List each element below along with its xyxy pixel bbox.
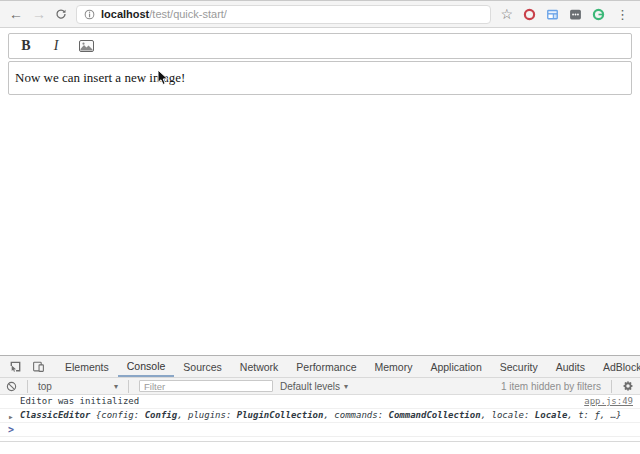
chevron-down-icon: ▾ bbox=[344, 382, 348, 391]
chevron-down-icon: ▾ bbox=[114, 382, 118, 391]
tab-memory[interactable]: Memory bbox=[365, 356, 421, 377]
tab-audits[interactable]: Audits bbox=[547, 356, 594, 377]
tab-application[interactable]: Application bbox=[421, 356, 490, 377]
object-segment: , plugins: bbox=[177, 410, 237, 420]
browser-toolbar: ← → localhost/test/quick-start/ ☆ bbox=[0, 0, 640, 28]
object-segment: PluginCollection bbox=[237, 410, 324, 420]
tab-performance[interactable]: Performance bbox=[287, 356, 365, 377]
address-bar[interactable]: localhost/test/quick-start/ bbox=[76, 5, 491, 24]
devtools-panel: Elements Console Sources Network Perform… bbox=[0, 355, 640, 442]
url-text: localhost/test/quick-start/ bbox=[101, 8, 227, 20]
editor-toolbar: B I bbox=[8, 33, 632, 59]
object-segment: Config bbox=[145, 410, 178, 420]
bold-button[interactable]: B bbox=[15, 36, 37, 56]
tab-security[interactable]: Security bbox=[491, 356, 547, 377]
url-host: localhost bbox=[101, 8, 149, 20]
object-segment: {config: bbox=[96, 410, 145, 420]
info-icon[interactable] bbox=[84, 9, 95, 20]
console-prompt[interactable]: > bbox=[0, 423, 640, 437]
tab-sources[interactable]: Sources bbox=[174, 356, 231, 377]
mouse-cursor-icon bbox=[157, 69, 169, 86]
reload-icon[interactable] bbox=[55, 8, 67, 20]
object-segment: ClassicEditor bbox=[20, 410, 96, 420]
extension-keypad-icon[interactable] bbox=[568, 7, 582, 21]
tab-network[interactable]: Network bbox=[231, 356, 288, 377]
divider bbox=[611, 380, 612, 393]
bookmark-star-icon[interactable]: ☆ bbox=[500, 7, 513, 21]
object-segment: , commands: bbox=[323, 410, 388, 420]
inspect-element-icon[interactable] bbox=[4, 356, 27, 377]
extension-window-icon[interactable] bbox=[545, 7, 559, 21]
extension-grammarly-icon[interactable] bbox=[591, 7, 605, 21]
italic-button[interactable]: I bbox=[45, 36, 67, 56]
console-message-text: Editor was initialized bbox=[20, 396, 576, 407]
tab-console[interactable]: Console bbox=[118, 356, 175, 377]
console-object-row: ▶ ClassicEditor {config: Config, plugins… bbox=[0, 409, 640, 423]
object-preview: ClassicEditor {config: Config, plugins: … bbox=[20, 410, 633, 421]
console-source-link[interactable]: app.js:49 bbox=[584, 396, 633, 407]
url-path: /test/quick-start/ bbox=[149, 8, 227, 20]
back-icon[interactable]: ← bbox=[9, 7, 23, 21]
object-segment: , locale: bbox=[481, 410, 535, 420]
log-levels-value: Default levels bbox=[280, 381, 340, 392]
console-messages: Editor was initialized app.js:49 ▶ Class… bbox=[0, 395, 640, 437]
devtools-tabbar: Elements Console Sources Network Perform… bbox=[0, 356, 640, 378]
forward-icon[interactable]: → bbox=[32, 7, 46, 21]
browser-window: ← → localhost/test/quick-start/ ☆ bbox=[0, 0, 640, 454]
object-segment: CommandCollection bbox=[389, 410, 481, 420]
hidden-items-message: 1 item hidden by filters bbox=[501, 381, 601, 392]
object-segment: , …} bbox=[600, 410, 622, 420]
browser-menu-icon[interactable]: ⋮ bbox=[614, 8, 631, 21]
insert-image-button[interactable] bbox=[75, 36, 97, 56]
divider bbox=[128, 380, 129, 393]
context-selector[interactable]: top ▾ bbox=[38, 381, 118, 392]
divider bbox=[27, 380, 28, 393]
device-toolbar-icon[interactable] bbox=[27, 356, 50, 377]
log-levels-selector[interactable]: Default levels ▾ bbox=[280, 381, 348, 392]
console-settings-gear-icon[interactable] bbox=[622, 380, 634, 392]
editor-content[interactable]: Now we can insert a new image! bbox=[8, 61, 632, 95]
object-segment: , t: bbox=[567, 410, 594, 420]
object-segment: Locale bbox=[535, 410, 568, 420]
tab-adblock[interactable]: AdBlock bbox=[594, 356, 640, 377]
console-message-row: Editor was initialized app.js:49 bbox=[0, 395, 640, 409]
console-filter-input[interactable] bbox=[139, 380, 273, 392]
console-toolbar: top ▾ Default levels ▾ 1 item hidden by … bbox=[0, 378, 640, 395]
tab-elements[interactable]: Elements bbox=[56, 356, 118, 377]
extension-adblock-icon[interactable] bbox=[522, 7, 536, 21]
expand-triangle-icon[interactable]: ▶ bbox=[9, 411, 13, 422]
web-page: B I Now we can insert a new image! bbox=[0, 29, 640, 355]
clear-console-icon[interactable] bbox=[6, 381, 17, 392]
prompt-chevron-icon: > bbox=[8, 424, 14, 435]
context-value: top bbox=[38, 381, 52, 392]
